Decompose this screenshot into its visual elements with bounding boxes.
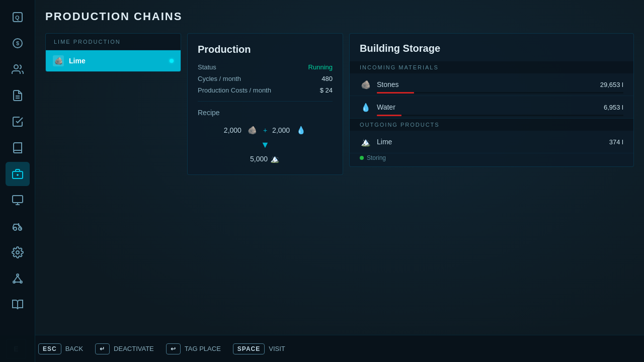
lime-product-amount: 374 l (593, 138, 623, 146)
bottom-btn-tagplace[interactable]: ↩ TAG PLACE (166, 343, 221, 354)
material-row-stones: 🪨 Stones 29,653 l (350, 73, 633, 96)
recipe-input1-icon: 🪨 (247, 125, 258, 136)
costs-value: $ 24 (320, 86, 333, 94)
stat-row-costs: Production Costs / month $ 24 (198, 86, 333, 94)
bottom-btn-back[interactable]: ESC BACK (38, 343, 83, 354)
stones-amount: 29,653 l (593, 81, 623, 88)
storage-panel: Building Storage INCOMING MATERIALS 🪨 St… (349, 33, 634, 167)
incoming-header: INCOMING MATERIALS (350, 61, 633, 73)
status-value: Running (308, 63, 333, 71)
space-badge: SPACE (233, 343, 265, 354)
stat-row-cycles: Cycles / month 480 (198, 75, 333, 82)
recipe-output: 5,000 🏔️ (198, 153, 333, 164)
svg-text:Q: Q (15, 15, 20, 21)
sidebar-btn-currency[interactable]: $ (6, 31, 30, 55)
stones-icon: 🪨 (360, 78, 372, 90)
page-title: PRODUCTION CHAINS (45, 10, 634, 23)
water-name: Water (377, 103, 588, 111)
divider-1 (198, 101, 333, 102)
recipe-output-icon: 🏔️ (269, 153, 280, 164)
svg-text:$: $ (16, 40, 19, 46)
svg-point-16 (17, 274, 19, 276)
sidebar: Q $ (0, 0, 35, 362)
recipe-title: Recipe (198, 109, 333, 117)
chains-panel: LIME PRODUCTION 🪨 Lime (45, 33, 181, 72)
sidebar-btn-tasks[interactable] (6, 110, 30, 134)
stones-bar-container (377, 92, 623, 94)
svg-point-4 (14, 65, 18, 69)
content-row: LIME PRODUCTION 🪨 Lime Production Status… (45, 33, 634, 175)
recipe-input2-icon: 💧 (295, 125, 306, 136)
costs-label: Production Costs / month (198, 86, 271, 94)
cycles-value: 480 (321, 75, 333, 82)
chain-item-lime-dot (170, 59, 174, 63)
material-row-water: 💧 Water 6,953 l (350, 96, 633, 119)
return-badge: ↩ (166, 343, 181, 354)
bottom-actions: ESC BACK ↵ DEACTIVATE ↩ TAG PLACE SPACE … (38, 343, 285, 354)
recipe-input2-amount: 2,000 (272, 126, 290, 134)
main-content: PRODUCTION CHAINS LIME PRODUCTION 🪨 Lime… (35, 0, 644, 362)
visit-label: VISIT (269, 345, 285, 352)
sidebar-btn-population[interactable] (6, 57, 30, 81)
sidebar-btn-notes[interactable] (6, 83, 30, 108)
lime-product-icon: 🏔️ (360, 136, 372, 148)
water-icon: 💧 (360, 101, 372, 113)
tagplace-label: TAG PLACE (185, 345, 221, 352)
svg-line-20 (18, 276, 21, 281)
bottom-btn-visit[interactable]: SPACE VISIT (233, 343, 285, 354)
recipe-formula: 2,000 🪨 + 2,000 💧 (198, 125, 333, 136)
outgoing-header: OUTGOING PRODUCTS (350, 119, 633, 131)
lime-product-status: Storing (367, 154, 386, 161)
deactivate-label: DEACTIVATE (114, 345, 154, 352)
svg-point-15 (16, 251, 19, 254)
water-amount: 6,953 l (593, 104, 623, 111)
back-label: BACK (65, 345, 83, 352)
stones-bar (377, 92, 414, 94)
sidebar-btn-atlas[interactable] (6, 293, 30, 317)
chain-item-lime-label: Lime (69, 57, 165, 65)
sidebar-btn-settings[interactable] (6, 240, 30, 264)
lime-product-name: Lime (377, 138, 588, 146)
recipe-output-amount: 5,000 (250, 155, 268, 163)
sidebar-btn-q[interactable]: Q (6, 5, 30, 29)
sidebar-btn-network[interactable] (6, 266, 30, 291)
stat-row-status: Status Running (198, 63, 333, 71)
product-row-lime: 🏔️ Lime 374 l (350, 131, 633, 153)
storage-title: Building Storage (350, 34, 633, 61)
cycles-label: Cycles / month (198, 75, 241, 82)
bottom-bar: E ESC BACK ↵ DEACTIVATE ↩ TAG PLACE SPAC… (0, 335, 644, 362)
lime-status-row: Storing (350, 153, 633, 166)
sidebar-btn-tractor[interactable] (6, 214, 30, 238)
svg-line-19 (14, 276, 18, 281)
svg-rect-10 (13, 196, 23, 203)
chains-header: LIME PRODUCTION (46, 34, 181, 50)
esc-badge: ESC (38, 343, 61, 354)
chain-item-lime[interactable]: 🪨 Lime (46, 50, 181, 71)
water-bar-container (377, 115, 623, 116)
enter-badge: ↵ (95, 343, 110, 354)
bottom-btn-deactivate[interactable]: ↵ DEACTIVATE (95, 343, 154, 354)
stones-name: Stones (377, 80, 588, 88)
chain-item-lime-icon: 🪨 (53, 55, 64, 66)
production-title: Production (198, 44, 333, 55)
water-bar (377, 115, 401, 116)
status-label: Status (198, 63, 216, 71)
sidebar-btn-monitor[interactable] (6, 188, 30, 212)
sidebar-btn-books[interactable] (6, 136, 30, 160)
lime-status-dot (360, 156, 364, 160)
sidebar-btn-production[interactable] (6, 162, 30, 186)
recipe-arrow-down: ▼ (198, 140, 333, 150)
recipe-input1-amount: 2,000 (224, 126, 242, 134)
production-panel: Production Status Running Cycles / month… (187, 33, 343, 175)
recipe-plus: + (263, 126, 267, 134)
